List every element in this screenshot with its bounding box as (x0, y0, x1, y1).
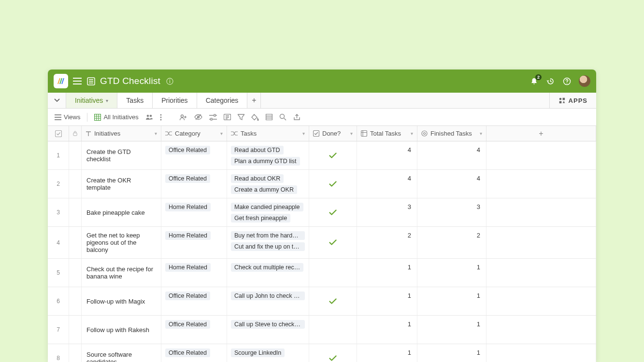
done-cell[interactable] (309, 316, 357, 344)
task-tag: Make candied pineapple (231, 203, 303, 211)
paint-bucket-icon[interactable] (251, 114, 259, 121)
search-icon[interactable] (279, 113, 286, 121)
category-cell[interactable]: Home Related (161, 227, 227, 258)
tasks-cell[interactable]: Read about GTDPlan a dummy GTD list (227, 141, 309, 169)
initiative-cell[interactable]: Get the net to keep pigeons out of the b… (82, 227, 161, 258)
done-cell[interactable] (309, 287, 357, 315)
hamburger-menu-icon[interactable] (73, 77, 82, 85)
card-view-icon[interactable] (224, 114, 231, 120)
share-icon[interactable] (293, 114, 301, 121)
category-cell[interactable]: Home Related (161, 259, 227, 287)
category-cell[interactable]: Office Related (161, 287, 227, 315)
svg-point-10 (160, 116, 161, 118)
category-tag: Home Related (165, 203, 211, 211)
col-label: Category (175, 130, 200, 137)
empty-cell (487, 227, 596, 258)
category-cell[interactable]: Home Related (161, 198, 227, 226)
category-cell[interactable]: Office Related (161, 141, 227, 169)
divider (87, 113, 87, 122)
svg-point-9 (160, 114, 161, 115)
category-cell[interactable]: Office Related (161, 170, 227, 198)
table-row[interactable]: 4Get the net to keep pigeons out of the … (48, 227, 596, 259)
col-finished-tasks[interactable]: Finished Tasks ▾ (417, 126, 487, 141)
add-column-button[interactable]: + (487, 126, 596, 141)
category-cell[interactable]: Office Related (161, 316, 227, 344)
hide-icon[interactable] (194, 114, 202, 120)
initiative-cell[interactable]: Create the GTD checklist (82, 141, 161, 169)
table-row[interactable]: 6Follow-up with MagixOffice RelatedCall … (48, 287, 596, 316)
checkmark-icon (329, 355, 337, 362)
svg-rect-22 (361, 131, 367, 137)
views-button[interactable]: Views (55, 113, 80, 121)
initiative-cell[interactable]: Follow-up with Magix (82, 287, 161, 315)
tasks-cell[interactable]: Check out multiple rec… (227, 259, 309, 287)
add-tab-button[interactable]: + (247, 93, 261, 108)
tab-label: Categories (206, 97, 239, 104)
tasks-cell[interactable]: Scourge LinkedIn (227, 344, 309, 362)
table-row[interactable]: 1Create the GTD checklistOffice RelatedR… (48, 141, 596, 170)
svg-point-3 (559, 97, 561, 100)
row-number: 2 (48, 170, 69, 198)
user-avatar[interactable] (579, 75, 590, 87)
category-tag: Home Related (165, 231, 211, 240)
tab-priorities[interactable]: Priorities (153, 93, 197, 108)
finished-tasks-cell: 4 (417, 141, 487, 169)
row-lock-cell (69, 344, 82, 362)
tab-tasks[interactable]: Tasks (117, 93, 153, 108)
select-all-header[interactable] (48, 126, 69, 141)
tab-categories[interactable]: Categories (197, 93, 248, 108)
grid-icon (94, 114, 101, 121)
apps-button[interactable]: APPS (549, 93, 596, 108)
view-selector[interactable]: All Initiatives (94, 113, 138, 121)
svg-rect-21 (314, 131, 319, 137)
col-done[interactable]: Done? ▾ (309, 126, 357, 141)
history-icon[interactable] (546, 77, 555, 85)
done-cell[interactable] (309, 227, 357, 258)
col-initiatives[interactable]: Initiatives ▾ (82, 126, 161, 141)
add-people-icon[interactable] (179, 114, 187, 121)
svg-rect-5 (559, 101, 561, 103)
app-logo[interactable] (54, 74, 68, 88)
tasks-cell[interactable]: Buy net from the hardw…Cut and fix the u… (227, 227, 309, 258)
help-icon[interactable] (562, 77, 571, 85)
category-cell[interactable]: Office Related (161, 344, 227, 362)
initiative-cell[interactable]: Source software candidates (82, 344, 161, 362)
row-number: 3 (48, 198, 69, 226)
filter-icon[interactable] (238, 114, 244, 120)
col-total-tasks[interactable]: Total Tasks ▾ (357, 126, 417, 141)
tasks-cell[interactable]: Read about OKRCreate a dummy OKR (227, 170, 309, 198)
initiative-cell[interactable]: Follow up with Rakesh (82, 316, 161, 344)
done-cell[interactable] (309, 141, 357, 169)
tasks-cell[interactable]: Call up John to check n… (227, 287, 309, 315)
notification-bell-icon[interactable]: 2 (530, 77, 538, 85)
info-icon[interactable] (165, 77, 174, 85)
done-cell[interactable] (309, 170, 357, 198)
table-row[interactable]: 7Follow up with RakeshOffice RelatedCall… (48, 316, 596, 344)
col-tasks[interactable]: Tasks ▾ (227, 126, 309, 141)
row-lock-cell (69, 227, 82, 258)
done-cell[interactable] (309, 344, 357, 362)
category-tag: Home Related (165, 263, 211, 272)
initiative-cell[interactable]: Check out the recipe for banana wine (82, 259, 161, 287)
done-cell[interactable] (309, 198, 357, 226)
initiative-cell[interactable]: Create the OKR template (82, 170, 161, 198)
col-category[interactable]: Category ▾ (161, 126, 227, 141)
more-icon[interactable] (160, 114, 162, 121)
chevron-down-icon: ▾ (155, 131, 157, 136)
expand-tabs-button[interactable] (48, 93, 66, 108)
table-row[interactable]: 3Bake pineapple cakeHome RelatedMake can… (48, 198, 596, 227)
tasks-cell[interactable]: Make candied pineappleGet fresh pineappl… (227, 198, 309, 226)
table-row[interactable]: 2Create the OKR templateOffice RelatedRe… (48, 170, 596, 198)
people-icon[interactable] (145, 114, 153, 120)
app-header: GTD Checklist 2 (48, 70, 596, 93)
tab-initiatives[interactable]: Initiatives ▾ (66, 93, 117, 108)
table-row[interactable]: 8Source software candidatesOffice Relate… (48, 344, 596, 362)
sliders-icon[interactable] (209, 114, 217, 121)
done-cell[interactable] (309, 259, 357, 287)
row-height-icon[interactable] (266, 114, 272, 120)
task-tag: Call up Steve to check … (231, 320, 305, 329)
svg-rect-15 (211, 118, 212, 120)
table-row[interactable]: 5Check out the recipe for banana wineHom… (48, 259, 596, 287)
initiative-cell[interactable]: Bake pineapple cake (82, 198, 161, 226)
tasks-cell[interactable]: Call up Steve to check … (227, 316, 309, 344)
